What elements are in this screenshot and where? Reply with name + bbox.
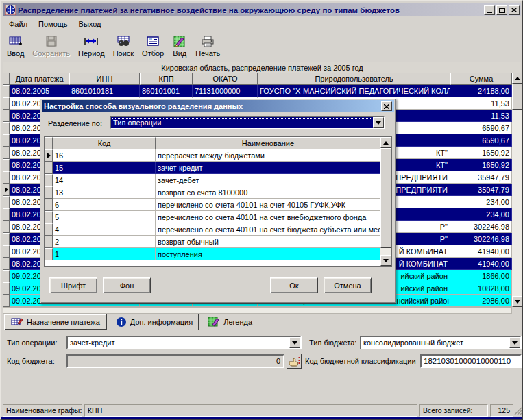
chevron-down-icon[interactable]: [373, 117, 384, 128]
row-gutter: [3, 270, 10, 282]
budget-code-picker-button[interactable]: [287, 354, 302, 369]
budget-type-combo[interactable]: консолидированный бюджет: [360, 336, 522, 349]
budget-type-value: консолидированный бюджет: [361, 337, 509, 348]
ok-button[interactable]: Ок: [270, 277, 318, 293]
scroll-down-button[interactable]: [380, 255, 391, 266]
maximize-button[interactable]: [496, 5, 507, 15]
table-cell: ГОУСПО "Х-МАНСИЙСКИЙ ПЕДАГОГИЧЕСКИЙ КОЛЛ: [258, 85, 450, 97]
table-cell: 13: [53, 186, 156, 199]
table-cell: 860101001: [140, 85, 193, 97]
row-gutter: [3, 196, 10, 208]
toolbar-button-label: Вид: [173, 49, 186, 58]
toolbar: Ввод Сохранить Период Поиск Отбор: [3, 32, 521, 60]
operation-type-combo[interactable]: зачет-кредит: [66, 336, 302, 349]
row-gutter: [3, 233, 10, 245]
scroll-thumb[interactable]: [380, 148, 391, 248]
dialog-table-row[interactable]: 6перечислено со счета 40101 на счет 4010…: [45, 199, 380, 211]
dialog-table-row[interactable]: 2возврат обычный: [45, 236, 380, 248]
table-cell: 41940,00: [450, 258, 512, 270]
toolbar-button-label: Отбор: [142, 49, 164, 58]
status-total-value: 125: [490, 404, 513, 417]
toolbar-button-period[interactable]: Период: [75, 34, 108, 58]
column-header-code[interactable]: Код: [53, 137, 156, 149]
dialog-table-row[interactable]: 15зачет-кредит: [45, 162, 380, 174]
toolbar-button-save[interactable]: Сохранить: [29, 34, 73, 58]
scroll-thumb[interactable]: [512, 84, 523, 110]
column-header-sum[interactable]: Сумма: [450, 73, 512, 85]
table-horizontal-scrollbar[interactable]: [3, 307, 512, 314]
toolbar-button-label: Ввод: [7, 49, 24, 58]
menu-exit[interactable]: Выход: [73, 18, 107, 29]
row-gutter: [3, 295, 10, 307]
row-gutter: [3, 159, 10, 171]
table-cell: 10828,00: [450, 282, 512, 295]
budget-type-label: Тип бюджета:: [309, 336, 356, 349]
dialog-table-row[interactable]: 5перечислено со счета 40101 на счет внеб…: [45, 211, 380, 223]
resize-grip[interactable]: [514, 407, 522, 415]
dialog-table-row[interactable]: 4перечислено со счета 40101 на счет бюдж…: [45, 223, 380, 236]
column-header-name[interactable]: Наименование: [156, 137, 380, 149]
table-cell: 71131000000: [193, 85, 258, 97]
arrow-up-icon: [515, 77, 520, 80]
budget-code-field[interactable]: 0: [66, 354, 284, 368]
menu-help[interactable]: Помощь: [33, 18, 73, 29]
title-bar: Распределение платежей за негативное воз…: [3, 3, 521, 16]
toolbar-button-print[interactable]: Печать: [192, 34, 223, 58]
chevron-down-icon[interactable]: [509, 337, 520, 348]
table-row[interactable]: 08.02.2005860101018186010100171131000000…: [3, 85, 512, 97]
menu-file[interactable]: Файл: [3, 18, 33, 29]
dialog-table-body: 16перерасчет между бюджетами15зачет-кред…: [45, 149, 380, 260]
budget-code-value: 0: [276, 357, 280, 365]
status-total-label: Всего записей:: [419, 404, 488, 417]
column-header-date[interactable]: Дата платежа: [10, 73, 69, 85]
dialog-table-row[interactable]: 13возврат со счета 8100000: [45, 186, 380, 199]
scroll-up-button[interactable]: [380, 137, 391, 148]
scroll-down-button[interactable]: [512, 296, 523, 307]
row-gutter: [45, 186, 53, 199]
table-cell: перечислено со счета 40101 на счет 40105…: [156, 199, 380, 211]
table-cell: перечислено со счета 40101 на счет бюдже…: [156, 223, 380, 236]
toolbar-button-search[interactable]: Поиск: [110, 34, 137, 58]
kbk-label: Код бюджетной классификации: [305, 354, 416, 368]
column-header-user[interactable]: Природопользователь: [258, 73, 450, 85]
dialog-table-row[interactable]: 14зачет-дебет: [45, 174, 380, 186]
toolbar-button-label: Период: [78, 49, 105, 58]
toolbar-button-view[interactable]: Вид: [169, 34, 191, 58]
minimize-icon: [487, 12, 492, 13]
header-gutter: [45, 137, 53, 149]
dialog-vertical-scrollbar[interactable]: [380, 137, 391, 266]
table-cell: 1866,00: [450, 270, 512, 282]
separation-by-combo[interactable]: Тип операции: [110, 116, 385, 129]
tab-payment-purpose[interactable]: Назначение платежа: [4, 314, 107, 330]
close-button[interactable]: [509, 5, 520, 15]
chevron-down-icon[interactable]: [289, 337, 300, 348]
table-cell: 41940,00: [450, 245, 512, 258]
table-cell: 302246,98: [450, 233, 512, 245]
dialog-table-row[interactable]: 1поступления: [45, 248, 380, 260]
table-cell: 5: [53, 211, 156, 223]
cancel-button[interactable]: Отмена: [324, 277, 372, 293]
toolbar-button-input[interactable]: Ввод: [3, 34, 27, 58]
tab-legend[interactable]: Легенда: [202, 314, 258, 330]
app-icon: [5, 5, 16, 15]
minimize-button[interactable]: [484, 5, 495, 15]
table-vertical-scrollbar[interactable]: [512, 73, 523, 307]
kbk-input[interactable]: 18210301000010000110: [420, 354, 522, 368]
background-button[interactable]: Фон: [103, 277, 151, 293]
font-button[interactable]: Шрифт: [49, 277, 97, 293]
column-header-okato[interactable]: ОКАТО: [193, 73, 258, 85]
row-gutter: [45, 248, 53, 260]
dialog-close-button[interactable]: [381, 101, 392, 111]
tab-additional-info[interactable]: Доп. информация: [110, 314, 199, 330]
toolbar-button-filter[interactable]: Отбор: [138, 34, 167, 58]
row-gutter: [3, 282, 10, 295]
dialog-table-row[interactable]: 16перерасчет между бюджетами: [45, 149, 380, 162]
search-icon: [116, 34, 131, 49]
pointing-hand-icon: [288, 356, 300, 367]
info-icon: [116, 317, 127, 328]
scroll-up-button[interactable]: [512, 73, 523, 84]
window-title: Распределение платежей за негативное воз…: [18, 6, 483, 14]
operation-type-label: Тип операции:: [7, 336, 57, 349]
column-header-inn[interactable]: ИНН: [69, 73, 140, 85]
column-header-kpp[interactable]: КПП: [140, 73, 193, 85]
